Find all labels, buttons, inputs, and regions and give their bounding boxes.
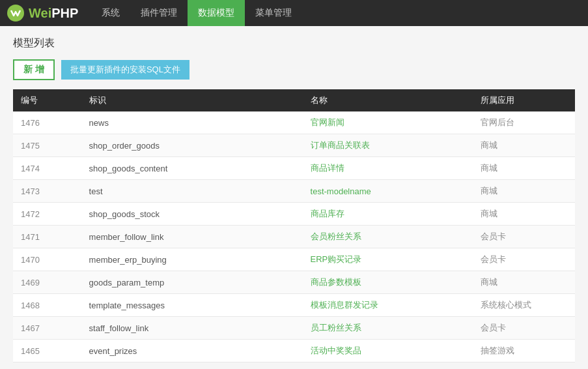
cell-name[interactable]: 员工粉丝关系 <box>303 317 473 340</box>
cell-name[interactable]: ERP购买记录 <box>303 248 473 271</box>
cell-app: 会员卡 <box>473 226 575 248</box>
table-row: 1467staff_follow_link员工粉丝关系会员卡 <box>13 317 575 340</box>
cell-id: 1468 <box>13 294 81 317</box>
cell-app: 系统核心模式 <box>473 294 575 317</box>
cell-app: 商城 <box>473 271 575 294</box>
cell-app: 商城 <box>473 180 575 203</box>
cell-slug: template_messages <box>81 294 303 317</box>
model-table: 编号 标识 名称 所属应用 1476news官网新闻官网后台1475shop_o… <box>13 89 575 362</box>
cell-slug: member_erp_buying <box>81 248 303 271</box>
table-row: 1472shop_goods_stock商品库存商城 <box>13 203 575 226</box>
cell-app: 商城 <box>473 203 575 226</box>
table-row: 1474shop_goods_content商品详情商城 <box>13 157 575 180</box>
cell-id: 1470 <box>13 248 81 271</box>
cell-name[interactable]: test-modelname <box>303 180 473 203</box>
col-header-slug: 标识 <box>81 89 303 111</box>
nav-item-menu[interactable]: 菜单管理 <box>245 0 302 26</box>
cell-name[interactable]: 会员粉丝关系 <box>303 226 473 248</box>
batch-update-button[interactable]: 批量更新插件的安装SQL文件 <box>61 60 189 80</box>
col-header-name: 名称 <box>303 89 473 111</box>
table-row: 1469goods_param_temp商品参数模板商城 <box>13 271 575 294</box>
cell-name[interactable]: 商品参数模板 <box>303 271 473 294</box>
cell-id: 1467 <box>13 317 81 340</box>
table-row: 1470member_erp_buyingERP购买记录会员卡 <box>13 248 575 271</box>
content-area: 模型列表 新 增 批量更新插件的安装SQL文件 编号 标识 名称 所属应用 14… <box>0 26 588 369</box>
cell-id: 1471 <box>13 226 81 248</box>
cell-name[interactable]: 商品库存 <box>303 203 473 226</box>
toolbar: 新 增 批量更新插件的安装SQL文件 <box>13 59 575 80</box>
cell-app: 商城 <box>473 134 575 157</box>
cell-app: 抽签游戏 <box>473 340 575 362</box>
add-button[interactable]: 新 增 <box>13 59 55 80</box>
cell-id: 1476 <box>13 111 81 134</box>
cell-id: 1469 <box>13 271 81 294</box>
nav-item-plugins[interactable]: 插件管理 <box>130 0 188 26</box>
nav-item-system[interactable]: 系统 <box>91 0 130 26</box>
nav-menu: 系统 插件管理 数据模型 菜单管理 <box>91 0 302 26</box>
logo: WeiPHP <box>7 4 78 22</box>
table-row: 1468template_messages模板消息群发记录系统核心模式 <box>13 294 575 317</box>
logo-text: WeiPHP <box>29 6 78 21</box>
cell-name[interactable]: 模板消息群发记录 <box>303 294 473 317</box>
cell-id: 1475 <box>13 134 81 157</box>
col-header-app: 所属应用 <box>473 89 575 111</box>
cell-app: 会员卡 <box>473 317 575 340</box>
cell-slug: shop_goods_stock <box>81 203 303 226</box>
nav-item-datamodel[interactable]: 数据模型 <box>188 0 245 26</box>
cell-slug: staff_follow_link <box>81 317 303 340</box>
cell-slug: member_follow_link <box>81 226 303 248</box>
cell-id: 1474 <box>13 157 81 180</box>
cell-slug: goods_param_temp <box>81 271 303 294</box>
cell-name[interactable]: 商品详情 <box>303 157 473 180</box>
table-row: 1476news官网新闻官网后台 <box>13 111 575 134</box>
cell-app: 商城 <box>473 157 575 180</box>
cell-app: 会员卡 <box>473 248 575 271</box>
table-row: 1473testtest-modelname商城 <box>13 180 575 203</box>
header: WeiPHP 系统 插件管理 数据模型 菜单管理 <box>0 0 588 26</box>
cell-slug: shop_goods_content <box>81 157 303 180</box>
logo-icon <box>7 4 25 22</box>
cell-app: 官网后台 <box>473 111 575 134</box>
cell-id: 1473 <box>13 180 81 203</box>
page-title: 模型列表 <box>13 37 575 50</box>
cell-slug: test <box>81 180 303 203</box>
cell-slug: news <box>81 111 303 134</box>
table-row: 1475shop_order_goods订单商品关联表商城 <box>13 134 575 157</box>
cell-name[interactable]: 订单商品关联表 <box>303 134 473 157</box>
cell-id: 1472 <box>13 203 81 226</box>
table-header-row: 编号 标识 名称 所属应用 <box>13 89 575 111</box>
cell-id: 1465 <box>13 340 81 362</box>
cell-slug: event_prizes <box>81 340 303 362</box>
cell-name[interactable]: 官网新闻 <box>303 111 473 134</box>
table-row: 1471member_follow_link会员粉丝关系会员卡 <box>13 226 575 248</box>
table-row: 1465event_prizes活动中奖奖品抽签游戏 <box>13 340 575 362</box>
col-header-id: 编号 <box>13 89 81 111</box>
cell-slug: shop_order_goods <box>81 134 303 157</box>
cell-name[interactable]: 活动中奖奖品 <box>303 340 473 362</box>
